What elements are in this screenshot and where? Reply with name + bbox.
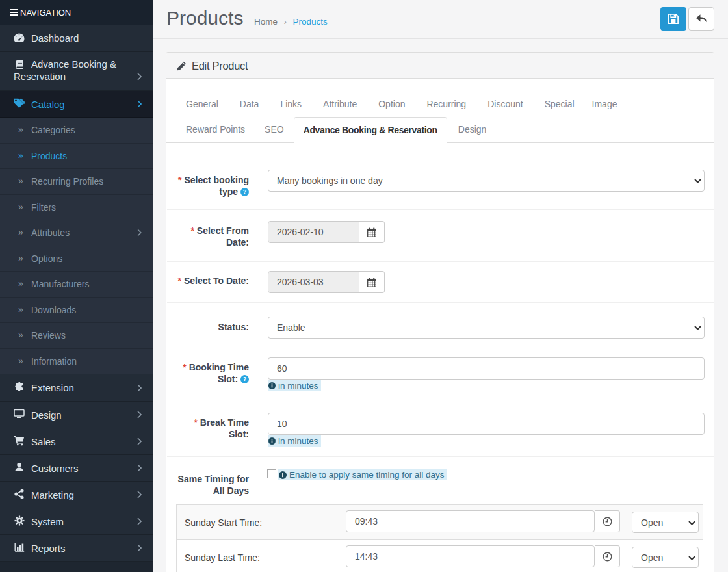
svg-text:?: ? (243, 188, 247, 195)
svg-text:?: ? (243, 376, 247, 382)
